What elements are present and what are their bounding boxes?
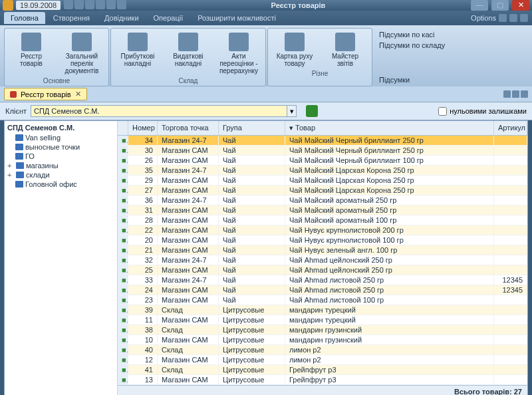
col-point[interactable]: Торгова точка (158, 121, 219, 135)
tree-node[interactable]: Головной офис (7, 180, 114, 189)
table-row[interactable]: ■30Магазин САМЧайЧай Майский Черный брил… (118, 146, 527, 156)
reval-icon (229, 33, 249, 51)
col-indicator[interactable] (118, 121, 128, 135)
table-row[interactable]: ■32Магазин 24-7ЧайЧай Ahmad цейлонский 2… (118, 255, 527, 265)
options-link[interactable]: Options (471, 14, 496, 22)
group-caption: Різне (312, 70, 329, 77)
row-indicator: ■ (118, 365, 128, 374)
qat-btn[interactable] (85, 0, 94, 9)
folder-icon (15, 144, 23, 150)
cell-num: 27 (128, 186, 158, 195)
mdi-close-icon[interactable] (520, 14, 528, 22)
row-indicator: ■ (118, 295, 128, 305)
btn-goods-registry[interactable]: Реєстр товарів (9, 31, 54, 76)
cell-group: Цитрусовые (219, 325, 285, 334)
client-dropdown-icon[interactable]: ▾ (287, 105, 297, 117)
tree-root[interactable]: СПД Семенов С.М. (7, 124, 114, 132)
cell-num: 25 (128, 265, 158, 275)
client-input[interactable] (31, 105, 287, 117)
tree-node[interactable]: магазины (7, 161, 114, 170)
cell-product: Чай Нувує зеленый англ. 100 гр (285, 245, 494, 255)
minimize-button[interactable]: — (471, 0, 488, 11)
table-row[interactable]: ■28Магазин САМЧайЧай Майский ароматный 1… (118, 215, 527, 225)
table-row[interactable]: ■27Магазин САМЧайЧай Майский Царская Кор… (118, 186, 527, 196)
tab-dict[interactable]: Довідники (98, 12, 146, 24)
tree-node[interactable]: ГО (7, 152, 114, 161)
table-row[interactable]: ■34Магазин 24-7ЧайЧай Майский Черный бри… (118, 136, 527, 146)
tab-create[interactable]: Створення (47, 12, 96, 24)
tab-home[interactable]: Головна (4, 12, 45, 24)
qat-btn[interactable] (96, 0, 105, 9)
table-row[interactable]: ■33Магазин 24-7ЧайЧай Ahmad листовой 250… (118, 275, 527, 285)
table-row[interactable]: ■36Магазин 24-7ЧайЧай Майский ароматный … (118, 196, 527, 205)
cell-article (494, 245, 527, 255)
tabs-tool[interactable] (512, 90, 519, 98)
help-icon[interactable] (499, 14, 507, 22)
tab-ext[interactable]: Розширити можливості (191, 12, 283, 24)
table-row[interactable]: ■25Магазин САМЧайЧай Ahmad цейлонский 25… (118, 265, 527, 275)
tab-ops[interactable]: Операції (147, 12, 190, 24)
cell-num: 11 (128, 315, 158, 325)
table-row[interactable]: ■11Магазин САМЦитрусовыемандарин турецки… (118, 315, 527, 325)
table-row[interactable]: ■39СкладЦитрусовыемандарин турецкий (118, 305, 527, 315)
cell-product: мандарин грузинский (285, 335, 494, 344)
btn-outgoing[interactable]: Видаткові накладні (166, 31, 211, 76)
btn-report-wizard[interactable]: Майстер звітів (323, 31, 368, 68)
link-cash-summary[interactable]: Підсумки по касі (379, 31, 445, 39)
ribbon-group-misc: Картка руху товару Майстер звітів Різне (267, 28, 372, 86)
zero-stock-checkbox[interactable]: нульовими залишками (438, 107, 527, 116)
table-row[interactable]: ■29Магазин САМЧайЧай Майский Царская Кор… (118, 176, 527, 186)
table-row[interactable]: ■38СкладЦитрусовыемандарин грузинский (118, 325, 527, 335)
tabs-tool[interactable] (521, 90, 528, 98)
btn-revaluation[interactable]: Акти переоцінки - перерахунку (216, 31, 261, 76)
cell-num: 33 (128, 275, 158, 285)
grid-body[interactable]: ■34Магазин 24-7ЧайЧай Майский Черный бри… (118, 136, 527, 385)
maximize-button[interactable]: ▢ (491, 0, 509, 11)
table-row[interactable]: ■21Магазин САМЧайЧай Нувує зеленый англ.… (118, 245, 527, 255)
table-row[interactable]: ■22Магазин САМЧайЧай Нувує крупнолистово… (118, 225, 527, 235)
btn-card[interactable]: Картка руху товару (272, 31, 317, 68)
table-row[interactable]: ■12Магазин САМЦитрусовыелимон р2 (118, 355, 527, 365)
doc-tab-close-icon[interactable]: ✕ (75, 90, 81, 98)
qat-btn[interactable] (117, 0, 126, 9)
cell-group: Чай (219, 166, 285, 175)
table-row[interactable]: ■26Магазин САМЧайЧай Майский Черный брил… (118, 156, 527, 166)
doc-tab-registry[interactable]: Реєстр товарів ✕ (4, 88, 87, 100)
table-row[interactable]: ■35Магазин 24-7ЧайЧай Майский Царская Ко… (118, 166, 527, 176)
close-button[interactable]: ✕ (512, 0, 529, 11)
col-num[interactable]: Номер реєстру (128, 121, 158, 135)
qat-btn[interactable] (64, 0, 73, 9)
table-row[interactable]: ■20Магазин САМЧайЧай Нувує крупнолистово… (118, 235, 527, 245)
qat-btn[interactable] (106, 0, 116, 9)
cell-point: Магазин САМ (158, 335, 219, 344)
tree-node[interactable]: выносные точки (7, 142, 114, 152)
btn-all-docs[interactable]: Загальний перелік документів (59, 31, 104, 76)
col-article[interactable]: Артикул (494, 121, 527, 135)
qat-btn[interactable] (74, 0, 84, 9)
tree-node[interactable]: склади (7, 170, 114, 180)
link-warehouse-summary[interactable]: Підсумки по складу (379, 41, 445, 49)
date-box[interactable]: 19.09.2008 (16, 1, 61, 10)
table-row[interactable]: ■13Магазин САМЦитрусовыеГрейпфрут р3 (118, 375, 527, 385)
tree-node[interactable]: Van selling (7, 133, 114, 142)
table-row[interactable]: ■40СкладЦитрусовыелимон р2 (118, 345, 527, 355)
zero-stock-check[interactable] (438, 107, 447, 116)
table-row[interactable]: ■24Магазин САМЧайЧай Ahmad листовой 250 … (118, 285, 527, 295)
cell-group: Цитрусовые (219, 335, 285, 344)
table-row[interactable]: ■41СкладЦитрусовыеГрейпфрут р3 (118, 365, 527, 375)
cell-article (494, 325, 527, 334)
mdi-min-icon[interactable] (509, 14, 517, 22)
cell-article (494, 375, 527, 384)
table-row[interactable]: ■23Магазин САМЧайЧай Ahmad листовой 100 … (118, 295, 527, 305)
go-button[interactable] (306, 105, 318, 117)
window-title: Реєстр товарів (130, 1, 467, 9)
btn-incoming[interactable]: Прибуткові накладні (115, 31, 160, 76)
tree-node-label: ГО (25, 152, 35, 160)
tabs-tool[interactable] (503, 90, 511, 98)
goods-grid: Номер реєстру Торгова точка Група ▾ Това… (118, 121, 527, 395)
table-row[interactable]: ■31Магазин САМЧайЧай Майский ароматный 2… (118, 205, 527, 215)
table-row[interactable]: ■10Магазин САМЦитрусовыемандарин грузинс… (118, 335, 527, 345)
group-caption: Підсумки (379, 76, 445, 84)
col-product[interactable]: ▾ Товар (285, 121, 494, 135)
col-group[interactable]: Група (219, 121, 285, 135)
